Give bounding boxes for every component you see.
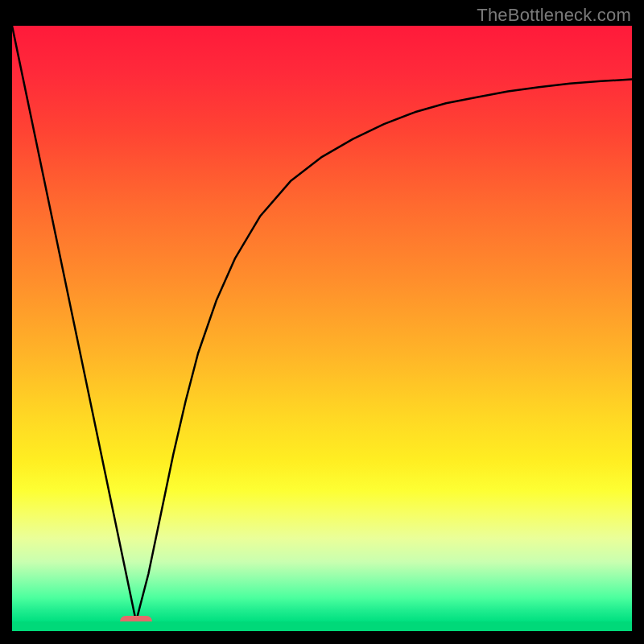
chart-curve-svg <box>12 26 632 621</box>
optimum-marker <box>120 616 152 621</box>
bottleneck-curve-path <box>12 26 632 621</box>
chart-plot-area <box>12 26 632 621</box>
watermark-text: TheBottleneck.com <box>477 5 631 26</box>
chart-bottom-strip <box>12 621 632 631</box>
